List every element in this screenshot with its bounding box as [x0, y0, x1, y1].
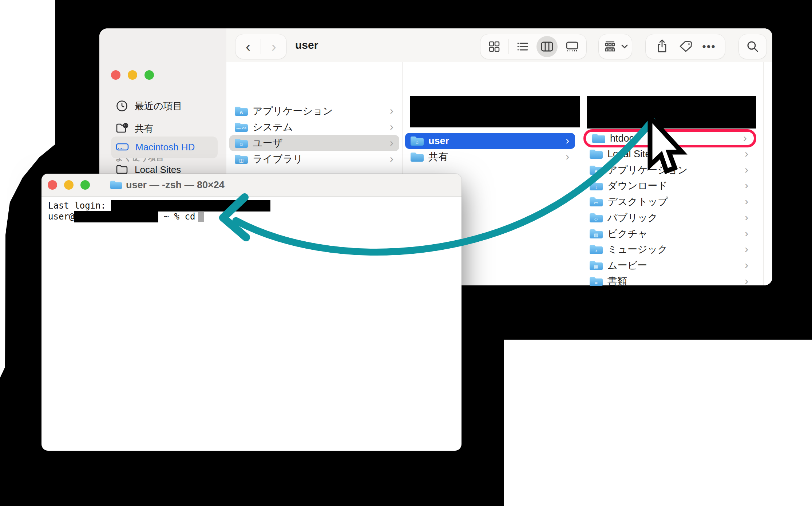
finder-item-movies[interactable]: ▦ ムービー ›: [584, 257, 754, 273]
redaction-block: [410, 96, 580, 127]
folder-icon: A: [234, 106, 248, 116]
chevron-down-icon: [621, 44, 628, 49]
finder-item-users-selected[interactable]: ☺ ユーザ ›: [229, 135, 399, 151]
forward-button[interactable]: ›: [272, 39, 276, 54]
chevron-right-icon: ›: [745, 147, 748, 160]
chevron-right-icon: ›: [390, 137, 393, 149]
finder-item-applications[interactable]: A アプリケーション ›: [229, 103, 399, 119]
finder-item-pictures[interactable]: ▨ ピクチャ ›: [584, 226, 754, 242]
search-button[interactable]: [739, 34, 767, 59]
actions-group: •••: [646, 34, 725, 59]
sidebar-item-recents[interactable]: 最近の項目: [115, 96, 182, 115]
column-view-selected[interactable]: [536, 36, 558, 57]
folder-icon: ↓: [589, 181, 603, 191]
zoom-button[interactable]: [144, 70, 154, 80]
folder-icon: ▦: [589, 260, 603, 271]
terminal-title: user — -zsh — 80×24: [126, 179, 225, 191]
list-view-icon[interactable]: [516, 40, 530, 54]
group-button[interactable]: [599, 34, 632, 59]
folder-icon: [110, 180, 122, 190]
tag-icon[interactable]: [678, 39, 693, 54]
window-title: user: [295, 28, 318, 62]
folder-icon: [592, 133, 606, 144]
clock-icon: [115, 99, 128, 112]
finder-item-user-selected[interactable]: ⌂ user ›: [405, 133, 575, 149]
folder-icon: ▭: [589, 197, 603, 207]
sidebar-item-macintosh-hd[interactable]: Macintosh HD: [115, 138, 195, 157]
terminal-text: Last login:: [48, 201, 111, 211]
close-button[interactable]: [111, 70, 120, 80]
minimize-button[interactable]: [128, 70, 137, 80]
column-divider[interactable]: [763, 62, 764, 285]
htdocs-highlight-box: htdocs ›: [583, 129, 756, 147]
hard-drive-icon: [115, 141, 129, 154]
finder-item-public[interactable]: ◇ パブリック ›: [584, 210, 754, 226]
shared-folder-icon: [115, 122, 128, 135]
grid-view-icon[interactable]: [487, 40, 501, 54]
back-button[interactable]: ‹: [246, 39, 250, 54]
minimize-button[interactable]: [64, 180, 74, 190]
chevron-right-icon: ›: [566, 150, 569, 163]
folder-icon: macOS: [234, 122, 248, 133]
finder-item-system[interactable]: macOS システム ›: [229, 119, 399, 135]
search-icon: [746, 40, 760, 54]
finder-item-desktop[interactable]: ▭ デスクトップ ›: [584, 194, 754, 210]
redaction-block: [74, 211, 158, 222]
screenshot-canvas: #finder .tl{top:115px;} 最近の項目: [0, 0, 812, 506]
finder-item-music[interactable]: ♪ ミュージック ›: [584, 241, 754, 257]
column-divider[interactable]: [583, 62, 583, 285]
finder-item-htdocs[interactable]: htdocs ›: [587, 130, 750, 146]
finder-item-shared[interactable]: 共有 ›: [405, 149, 575, 165]
nav-buttons: ‹ ›: [235, 34, 286, 59]
more-icon[interactable]: •••: [702, 40, 716, 53]
chevron-right-icon: ›: [745, 243, 748, 255]
terminal-line-2: user@ ~ % cd: [48, 210, 204, 223]
chevron-right-icon: ›: [566, 134, 569, 147]
close-button[interactable]: [48, 180, 57, 190]
folder-icon: [410, 152, 424, 162]
finder-item-downloads[interactable]: ↓ ダウンロード ›: [584, 178, 754, 194]
chevron-right-icon: ›: [743, 132, 747, 144]
folder-icon: ▨: [589, 229, 603, 239]
divider: [508, 39, 509, 54]
column-view-icon: [540, 39, 554, 54]
folder-icon: A: [589, 165, 603, 175]
redaction-block: [111, 200, 270, 212]
chevron-right-icon: ›: [390, 104, 393, 117]
finder-item-local-sites[interactable]: Local Sites ›: [584, 146, 754, 162]
sidebar-item-shared[interactable]: 共有: [115, 119, 154, 138]
finder-item-applications-3[interactable]: A アプリケーション ›: [584, 162, 754, 178]
chevron-right-icon: ›: [390, 153, 393, 165]
chevron-right-icon: ›: [745, 211, 748, 224]
home-folder-icon: ⌂: [410, 136, 424, 146]
folder-icon: ♪: [589, 244, 603, 255]
chevron-right-icon: ›: [745, 163, 748, 176]
finder-item-library[interactable]: ◫ ライブラリ ›: [229, 151, 399, 167]
finder-item-documents[interactable]: ≡ 書類 ›: [584, 273, 754, 289]
terminal-window: user — -zsh — 80×24 Last login: user@ ~ …: [41, 174, 462, 451]
chevron-right-icon: ›: [745, 259, 748, 271]
chevron-right-icon: ›: [745, 179, 748, 191]
sidebar-item-label: 共有: [135, 122, 154, 135]
folder-icon: [589, 149, 603, 159]
terminal-text: user@: [48, 212, 74, 222]
divider: [261, 39, 261, 54]
terminal-cursor[interactable]: [198, 212, 204, 222]
chevron-right-icon: ›: [390, 120, 393, 133]
zoom-button[interactable]: [80, 180, 90, 190]
share-icon[interactable]: [655, 39, 669, 54]
terminal-prompt: ~ % cd: [158, 212, 195, 222]
redaction-block: [587, 96, 756, 129]
gallery-view-icon[interactable]: [565, 39, 579, 54]
chevron-right-icon: ›: [745, 195, 748, 207]
chevron-right-icon: ›: [745, 275, 748, 287]
sidebar-item-label: 最近の項目: [135, 100, 182, 112]
terminal-line-1: Last login:: [48, 199, 270, 212]
folder-icon: ◇: [589, 213, 603, 223]
folder-icon: ◫: [234, 154, 248, 165]
chevron-right-icon: ›: [745, 227, 748, 240]
view-mode-group: [480, 34, 586, 59]
group-icon: [603, 39, 617, 54]
folder-icon: ☺: [234, 138, 248, 149]
terminal-titlebar: user — -zsh — 80×24: [41, 174, 462, 197]
